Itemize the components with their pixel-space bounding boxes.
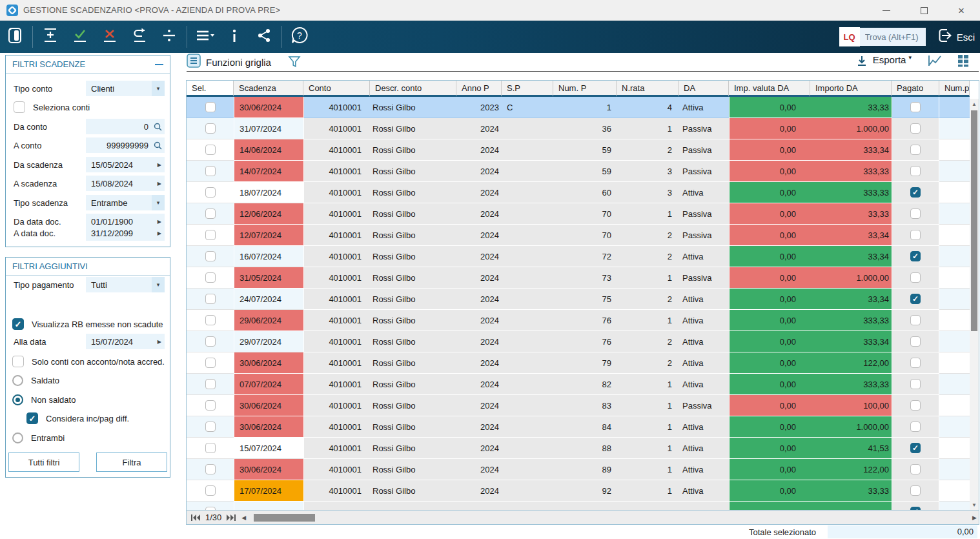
scroll-down-icon[interactable]: ▼: [970, 500, 979, 509]
cell-sel[interactable]: [187, 139, 234, 161]
a-scadenza-field[interactable]: 15/08/2024 ▶: [86, 176, 165, 191]
row-select-checkbox[interactable]: [205, 358, 216, 368]
date-picker-icon[interactable]: ▶: [156, 339, 165, 345]
row-select-checkbox[interactable]: [205, 208, 216, 219]
filter-funnel-icon[interactable]: [288, 55, 301, 69]
cell-pagato[interactable]: [892, 459, 939, 480]
a-conto-field[interactable]: 999999999: [86, 137, 165, 153]
vertical-scrollbar[interactable]: ▲ ▼: [970, 99, 979, 510]
horizontal-scrollbar[interactable]: [250, 513, 971, 522]
last-page-button[interactable]: [226, 514, 236, 522]
column-header-descr[interactable]: Descr. conto: [370, 81, 456, 97]
cell-sel[interactable]: [187, 352, 234, 374]
cell-sel[interactable]: [187, 416, 234, 438]
cell-sel[interactable]: [187, 459, 234, 480]
row-select-checkbox[interactable]: [205, 464, 216, 474]
cell-sel[interactable]: [187, 331, 234, 352]
cell-pagato[interactable]: [892, 310, 939, 331]
cell-pagato[interactable]: [892, 203, 939, 225]
column-header-imp_valuta[interactable]: Imp. valuta DA: [729, 81, 810, 97]
row-select-checkbox[interactable]: [205, 272, 216, 283]
pagato-checkbox[interactable]: [910, 294, 921, 304]
maximize-button[interactable]: [905, 0, 943, 21]
cell-sel[interactable]: [187, 374, 234, 395]
cell-sel[interactable]: [187, 203, 234, 225]
table-row[interactable]: 30/06/20244010001Rossi Gilbo2024831Passi…: [187, 395, 970, 416]
table-row[interactable]: 18/07/20244010001Rossi Gilbo2024603Attiv…: [187, 182, 970, 203]
visualizza-rb-checkbox[interactable]: [12, 318, 24, 330]
pagato-checkbox[interactable]: [910, 485, 921, 496]
date-picker-icon[interactable]: ▶: [156, 181, 165, 187]
minimize-button[interactable]: [868, 0, 905, 21]
column-header-importo[interactable]: Importo DA: [810, 81, 892, 97]
column-header-da[interactable]: DA: [679, 81, 729, 97]
cell-pagato[interactable]: [892, 289, 939, 310]
row-select-checkbox[interactable]: [205, 187, 216, 198]
table-row[interactable]: 15/07/20244010001Rossi Gilbo2024881Attiv…: [187, 438, 970, 459]
search-icon[interactable]: [154, 123, 162, 131]
confirm-button[interactable]: [65, 24, 95, 50]
solo-conti-checkbox[interactable]: [12, 356, 24, 367]
row-select-checkbox[interactable]: [205, 485, 216, 496]
pagato-checkbox[interactable]: [910, 464, 921, 474]
cell-sel[interactable]: [187, 480, 234, 502]
row-select-checkbox[interactable]: [205, 422, 216, 432]
cell-sel[interactable]: [187, 246, 234, 267]
cell-pagato[interactable]: [892, 395, 939, 416]
saldato-radio[interactable]: [12, 375, 23, 386]
table-row[interactable]: 14/06/20244010001Rossi Gilbo2024592Passi…: [187, 139, 970, 161]
cell-pagato[interactable]: [892, 438, 939, 459]
collapse-panel-icon[interactable]: [155, 64, 163, 65]
undo-button[interactable]: [125, 24, 154, 50]
chart-button[interactable]: [927, 54, 943, 70]
scroll-right-icon[interactable]: ▶: [972, 514, 977, 521]
table-row[interactable]: 31/05/20244010001Rossi Gilbo2024731Passi…: [187, 267, 970, 289]
pagato-checkbox[interactable]: [910, 187, 921, 198]
pagato-checkbox[interactable]: [910, 123, 921, 134]
table-row[interactable]: 16/07/20244010001Rossi Gilbo2024722Attiv…: [187, 246, 970, 267]
row-select-checkbox[interactable]: [205, 123, 216, 134]
row-select-checkbox[interactable]: [205, 400, 216, 411]
table-row[interactable]: 30/06/20244010001Rossi Gilbo2024841Attiv…: [187, 416, 970, 438]
seleziona-conti-checkbox[interactable]: [14, 101, 25, 113]
row-select-checkbox[interactable]: [205, 336, 216, 347]
exit-button[interactable]: Esci: [936, 27, 975, 46]
row-select-checkbox[interactable]: [205, 166, 216, 176]
cell-pagato[interactable]: [892, 139, 939, 161]
pagato-checkbox[interactable]: [910, 443, 921, 453]
row-select-checkbox[interactable]: [205, 315, 216, 325]
cell-sel[interactable]: [187, 395, 234, 416]
vertical-scroll-thumb[interactable]: [971, 110, 977, 331]
a-data-doc-field[interactable]: 31/12/2099 ▶: [86, 225, 165, 241]
pagato-checkbox[interactable]: [910, 315, 921, 325]
pagato-checkbox[interactable]: [910, 379, 921, 389]
cell-sel[interactable]: [187, 225, 234, 246]
pagato-checkbox[interactable]: [910, 336, 921, 347]
cell-pagato[interactable]: [892, 480, 939, 502]
column-header-prot[interactable]: Num.prot.: [939, 81, 970, 97]
cell-sel[interactable]: [187, 118, 234, 139]
row-select-checkbox[interactable]: [205, 294, 216, 304]
row-select-checkbox[interactable]: [205, 145, 216, 155]
cell-pagato[interactable]: [892, 97, 939, 118]
row-select-checkbox[interactable]: [205, 443, 216, 453]
grid-view-button[interactable]: [957, 54, 970, 70]
first-page-button[interactable]: [190, 514, 201, 522]
column-header-num[interactable]: Num. P: [553, 81, 617, 97]
cell-pagato[interactable]: [892, 246, 939, 267]
cell-sel[interactable]: [187, 182, 234, 203]
pagato-checkbox[interactable]: [910, 230, 921, 240]
column-header-scadenza[interactable]: Scadenza: [234, 81, 303, 97]
pagato-checkbox[interactable]: [910, 208, 921, 219]
cell-sel[interactable]: [187, 310, 234, 331]
add-button[interactable]: [36, 24, 65, 50]
table-row[interactable]: [187, 502, 970, 510]
cell-sel[interactable]: [187, 289, 234, 310]
table-row[interactable]: 24/07/20244010001Rossi Gilbo2024752Attiv…: [187, 289, 970, 310]
pagato-checkbox[interactable]: [910, 251, 921, 261]
divide-button[interactable]: [154, 24, 184, 50]
column-header-conto[interactable]: Conto: [303, 81, 370, 97]
grid-functions-label[interactable]: Funzioni griglia: [206, 57, 271, 68]
menu-button[interactable]: [190, 24, 219, 50]
pagato-checkbox[interactable]: [910, 358, 921, 368]
